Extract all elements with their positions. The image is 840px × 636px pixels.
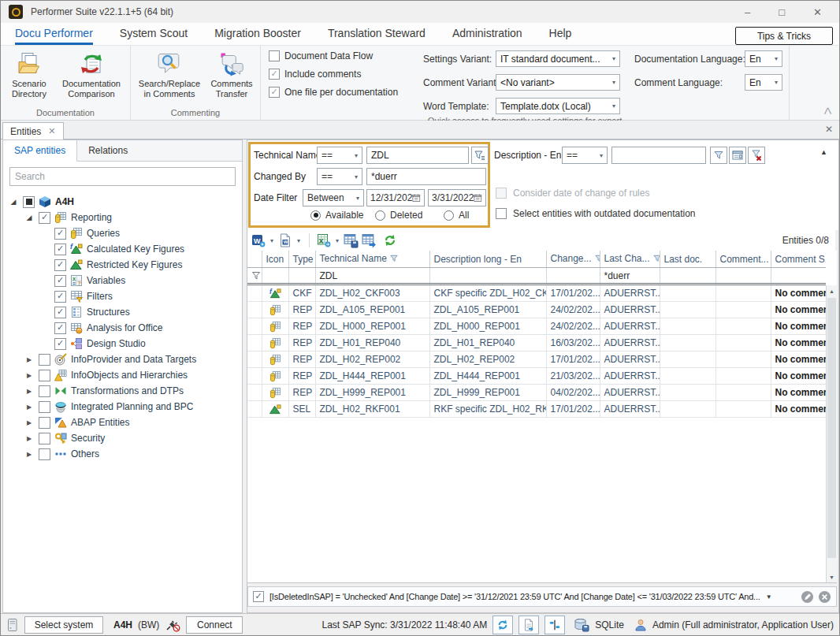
tree-item-abap-entities[interactable]: ▶ ABAP Entities: [3, 415, 242, 430]
expander-collapsed-icon[interactable]: ▶: [24, 356, 35, 363]
close-button[interactable]: ✕: [813, 6, 822, 18]
checkbox-checked[interactable]: [54, 244, 66, 255]
comment-variant-select[interactable]: <No variant> ▾: [496, 74, 620, 91]
doc-language-select[interactable]: En ▾: [745, 50, 782, 67]
maximize-button[interactable]: □: [779, 6, 785, 18]
col-last-doc[interactable]: Last doc.: [660, 251, 715, 268]
tree-item-restricted-key-figures[interactable]: Restricted Key Figures: [3, 257, 242, 273]
all-radio[interactable]: All: [444, 210, 469, 221]
grid-row[interactable]: REP ZDL_A105_REP001 ZDL_A105_REP001 24/0…: [247, 302, 826, 318]
tab-docu-performer[interactable]: Docu Performer: [15, 23, 93, 45]
column-filter-icon[interactable]: [653, 255, 660, 262]
tree-item-integrated-planning[interactable]: ▶ Integrated Planning and BPC: [3, 399, 242, 415]
column-filter-icon[interactable]: [390, 255, 398, 262]
panel-close-icon[interactable]: ✕: [825, 124, 833, 135]
log-document-button[interactable]: [518, 616, 539, 634]
sync-button[interactable]: [492, 616, 513, 634]
filter-enabled-checkbox[interactable]: [253, 591, 264, 602]
tree-item-variables[interactable]: Variables: [3, 273, 242, 288]
ribbon-collapse-icon[interactable]: ⋀: [824, 106, 831, 114]
include-comments-checkbox[interactable]: Include comments: [269, 69, 409, 80]
collapse-filter-icon[interactable]: ▲: [820, 148, 827, 156]
documentation-comparison-button[interactable]: Documentation Comparison: [58, 50, 125, 101]
comments-transfer-button[interactable]: Comments Transfer: [208, 50, 255, 101]
connect-button[interactable]: Connect: [186, 616, 243, 634]
tree-item-infoprovider[interactable]: ▶ InfoProvider and Data Targets: [3, 351, 242, 367]
select-system-button[interactable]: Select system: [24, 616, 103, 634]
checkbox-unchecked[interactable]: [39, 385, 50, 397]
scenario-directory-button[interactable]: Scenario Directory: [6, 50, 53, 101]
checkbox-checked[interactable]: [54, 259, 66, 271]
expander-expanded-icon[interactable]: ◢: [24, 214, 35, 221]
col-comment[interactable]: Comment...: [715, 251, 771, 268]
expander-collapsed-icon[interactable]: ▶: [24, 419, 35, 426]
tree-item-analysis-for-office[interactable]: Analysis for Office: [3, 320, 242, 336]
tab-relations[interactable]: Relations: [77, 140, 139, 161]
grid-row[interactable]: REP ZDL_H000_REP001 ZDL_H000_REP001 24/0…: [247, 318, 826, 335]
edit-filter-button[interactable]: [801, 590, 814, 604]
col-technical-name[interactable]: Technical Name: [315, 251, 429, 268]
tree-item-security[interactable]: ▶ Security: [3, 430, 242, 446]
filter-cell[interactable]: [660, 268, 715, 285]
minimize-button[interactable]: –: [745, 6, 750, 18]
tree-item-filters[interactable]: Filters: [3, 288, 242, 304]
scroll-up-icon[interactable]: ▲: [827, 285, 837, 296]
outdated-docs-checkbox[interactable]: Select entities with outdated documentat…: [496, 208, 695, 219]
scrollbar-thumb[interactable]: [827, 298, 836, 558]
tab-sap-entities[interactable]: SAP entities: [3, 140, 77, 162]
expander-collapsed-icon[interactable]: ▶: [24, 404, 35, 411]
filter-cell[interactable]: [288, 268, 315, 285]
tree-item-transformations[interactable]: ▶ Transformations and DTPs: [3, 383, 242, 399]
clear-filter-button[interactable]: [748, 147, 765, 164]
grid-row[interactable]: REP ZDL_H01_REP040 ZDL_H01_REP040 16/03/…: [247, 335, 826, 351]
checkbox-checked[interactable]: [39, 212, 50, 224]
refresh-button[interactable]: [383, 233, 397, 247]
word-template-select[interactable]: Template.dotx (Local) ▾: [496, 98, 620, 114]
date-to-input[interactable]: 3/31/2022: [428, 189, 486, 206]
checkbox-unchecked[interactable]: [39, 370, 50, 381]
tree-item-structures[interactable]: Structures: [3, 304, 242, 320]
tab-administration[interactable]: Administration: [452, 23, 522, 45]
available-radio[interactable]: Available: [310, 210, 363, 221]
column-filter-icon[interactable]: [595, 255, 600, 262]
tree-item-reporting[interactable]: ◢ Reporting: [3, 210, 242, 225]
technical-name-input[interactable]: [366, 147, 469, 164]
checkbox-checked[interactable]: [54, 307, 66, 318]
advanced-filter-button[interactable]: [729, 147, 746, 164]
checkbox-unchecked[interactable]: [39, 417, 50, 429]
filter-cell-technical-name[interactable]: ZDL: [315, 268, 429, 285]
tree-item-queries[interactable]: Queries: [3, 225, 242, 241]
checkbox-checked[interactable]: [54, 228, 66, 240]
tab-migration-booster[interactable]: Migration Booster: [214, 23, 301, 45]
col-comment-status[interactable]: Comment S...: [771, 251, 826, 268]
checkbox-unchecked[interactable]: [39, 433, 50, 444]
description-operator-select[interactable]: == ▾: [562, 147, 608, 164]
description-input[interactable]: [611, 147, 706, 164]
filter-cell-last-changed-by[interactable]: *duerr: [600, 268, 660, 285]
grid-row[interactable]: REP ZDL_H444_REP001 ZDL_H444_REP001 21/0…: [247, 368, 826, 385]
apply-filter-button[interactable]: [471, 147, 489, 164]
expander-expanded-icon[interactable]: ◢: [8, 198, 19, 206]
word-document-button[interactable]: [278, 233, 292, 247]
settings-variant-select[interactable]: IT standard document... ▾: [496, 50, 620, 67]
checkbox-checked[interactable]: [54, 322, 66, 334]
grid-row[interactable]: SEL ZDL_H02_RKF001 RKF specific ZDL_H02_…: [247, 401, 826, 418]
load-layout-button[interactable]: [362, 233, 377, 248]
date-from-input[interactable]: 12/31/202: [366, 189, 425, 206]
filter-cell[interactable]: [715, 268, 771, 285]
tree-item-design-studio[interactable]: Design Studio: [3, 336, 242, 351]
col-change-date[interactable]: Change...: [546, 251, 600, 268]
date-filter-operator-select[interactable]: Between ▾: [303, 189, 364, 206]
tab-translation-steward[interactable]: Translation Steward: [328, 23, 426, 45]
filter-cell[interactable]: [771, 268, 826, 285]
comment-language-select[interactable]: En ▾: [745, 74, 782, 91]
filter-button[interactable]: [710, 147, 727, 164]
tab-help[interactable]: Help: [549, 23, 572, 45]
expander-collapsed-icon[interactable]: ▶: [24, 388, 35, 395]
vertical-scrollbar[interactable]: ▲ ▼: [826, 285, 837, 582]
entities-tab[interactable]: Entities ✕: [2, 122, 64, 139]
tree-item-others[interactable]: ▶ Others: [3, 446, 242, 462]
tree-item-calculated-key-figures[interactable]: Calculated Key Figures: [3, 241, 242, 257]
col-type[interactable]: Type: [288, 251, 315, 268]
expander-collapsed-icon[interactable]: ▶: [24, 435, 35, 442]
